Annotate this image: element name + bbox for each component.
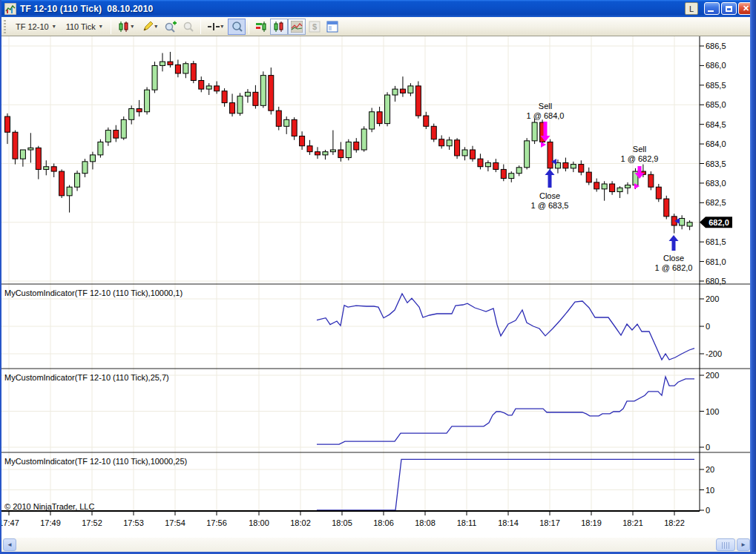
- time-tick-label: 18:02: [290, 518, 311, 527]
- candle-body: [222, 91, 227, 103]
- scrollbar-thumb[interactable]: [716, 538, 735, 551]
- drawing-tools-button[interactable]: ▾: [138, 19, 162, 35]
- candle-body: [137, 109, 142, 112]
- price-tick-label: 0: [706, 443, 710, 452]
- price-tick-label: 685,5: [706, 81, 726, 90]
- candle-body: [284, 119, 289, 126]
- candle-body: [617, 188, 622, 191]
- time-tick-label: 17:53: [123, 518, 144, 527]
- data-box-button[interactable]: [228, 19, 246, 35]
- candlestick-series[interactable]: [5, 52, 693, 234]
- time-tick-label: 18:08: [415, 518, 435, 527]
- candle-body: [206, 86, 211, 89]
- candle-body: [44, 167, 49, 170]
- chart-panel-button[interactable]: [288, 19, 306, 35]
- candle-body: [392, 89, 398, 95]
- candle-body: [369, 112, 375, 129]
- candle-body: [516, 168, 522, 174]
- candle-body: [415, 86, 421, 116]
- window-panel-icon: [326, 21, 338, 33]
- price-tick-label: 684,5: [706, 120, 726, 129]
- candle-body: [455, 140, 460, 156]
- candle-body: [563, 162, 568, 168]
- zoom-in-button[interactable]: [162, 19, 180, 35]
- price-tick-label: 682,5: [706, 198, 726, 207]
- svg-text:1 @ 684,0: 1 @ 684,0: [527, 111, 565, 120]
- time-tick-label: 17:49: [40, 518, 61, 527]
- svg-text:1 @ 682,0: 1 @ 682,0: [655, 263, 693, 272]
- candle-body: [292, 119, 297, 136]
- svg-text:Close: Close: [539, 191, 560, 200]
- candle-body: [501, 169, 506, 178]
- candle-body: [260, 76, 266, 106]
- candle-body: [354, 142, 359, 150]
- close-icon: ✕: [743, 4, 749, 13]
- time-tick-label: 18:00: [249, 518, 269, 527]
- candle-body: [602, 184, 607, 189]
- candle-body: [470, 150, 476, 159]
- candle-body: [571, 165, 576, 168]
- dollar-button[interactable]: $: [306, 19, 323, 35]
- candle-body: [323, 152, 328, 155]
- horizontal-scrollbar[interactable]: ◄ ►: [1, 537, 752, 552]
- scroll-right-button[interactable]: ►: [737, 538, 750, 551]
- minimize-icon: [708, 10, 714, 12]
- time-tick-label: 18:19: [581, 518, 602, 527]
- indicator-line-3: [317, 459, 694, 510]
- title-bar[interactable]: TF 12-10 (110 Tick) 08.10.2010 L ✕: [1, 0, 756, 17]
- candle-body: [439, 139, 444, 146]
- price-tick-label: 683,0: [706, 179, 726, 188]
- candle-body: [424, 116, 429, 126]
- candle-body: [548, 142, 553, 168]
- time-tick-label: 18:17: [539, 518, 560, 527]
- candle-body: [59, 171, 65, 196]
- toolbar-separator: [249, 19, 249, 34]
- bars-icon: [273, 21, 285, 33]
- svg-text:$: $: [312, 22, 317, 31]
- candle-body: [493, 162, 499, 169]
- candle-body: [175, 65, 180, 73]
- axes: 686,5686,0685,5685,0684,5684,0683,5683,0…: [1, 36, 752, 527]
- candlestick-icon: [118, 21, 130, 33]
- time-tick-label: 17:52: [82, 518, 102, 527]
- toolbar-grip-icon[interactable]: [4, 20, 6, 33]
- chart-area: MyCustomIndicator(TF 12-10 (110 Tick),10…: [1, 36, 752, 537]
- link-button[interactable]: L: [685, 2, 698, 15]
- candle-body: [400, 89, 405, 93]
- bars-type-button[interactable]: [270, 19, 288, 35]
- candle-body: [5, 116, 10, 132]
- interval-selector[interactable]: 110 Tick ▾: [61, 19, 108, 34]
- chart-canvas[interactable]: MyCustomIndicator(TF 12-10 (110 Tick),10…: [1, 36, 752, 537]
- indicator-label-1: MyCustomIndicator(TF 12-10 (110 Tick),10…: [4, 288, 183, 297]
- price-tick-label: 200: [706, 371, 719, 380]
- candle-body: [183, 64, 188, 73]
- fill-marker-icon: [541, 142, 546, 148]
- crosshair-button[interactable]: ▾: [204, 19, 228, 35]
- chart-style-button[interactable]: ▾: [114, 19, 138, 35]
- candle-body: [253, 92, 258, 105]
- candle-body: [230, 103, 235, 113]
- zoom-out-icon: [183, 21, 194, 33]
- instrument-selector[interactable]: TF 12-10 ▾: [10, 19, 61, 34]
- chart-trader-button[interactable]: [252, 19, 270, 35]
- zoom-out-button[interactable]: [180, 19, 197, 35]
- scroll-left-button[interactable]: ◄: [3, 538, 16, 551]
- candle-body: [199, 80, 204, 89]
- time-tick-label: 17:47: [1, 518, 19, 527]
- minimize-button[interactable]: [704, 2, 720, 15]
- svg-text:1 @ 683,5: 1 @ 683,5: [531, 201, 569, 210]
- candle-body: [377, 112, 382, 124]
- candle-body: [586, 172, 591, 182]
- chart-app-icon: [4, 3, 16, 15]
- maximize-button[interactable]: [721, 2, 737, 15]
- candle-body: [82, 162, 88, 174]
- candle-body: [121, 119, 126, 138]
- chart-trader-icon: [255, 21, 267, 33]
- candle-body: [129, 109, 134, 120]
- candle-body: [105, 131, 111, 142]
- properties-button[interactable]: [323, 19, 341, 35]
- candle-body: [28, 148, 33, 150]
- maximize-icon: [726, 6, 732, 12]
- chevron-down-icon: ▾: [99, 23, 102, 30]
- candle-body: [269, 76, 274, 111]
